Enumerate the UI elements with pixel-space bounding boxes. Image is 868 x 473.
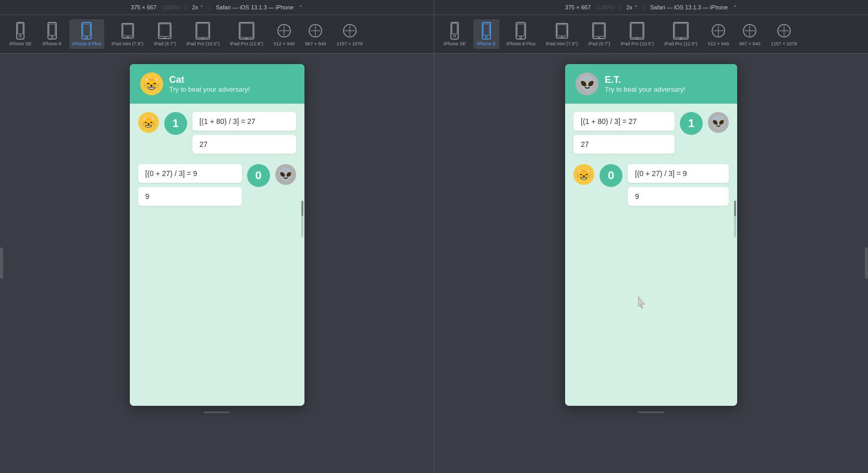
right-scale[interactable]: 2x ⌃ [626,4,638,10]
svg-point-35 [485,36,487,38]
svg-point-20 [246,38,248,40]
left-device-iphone-se[interactable]: iPhone SE [6,19,35,49]
left-scale[interactable]: 2x ⌃ [192,4,204,10]
left-device-ipad-mini-label: iPad mini (7.9") [112,41,143,47]
right-player2-result: 9 [628,187,729,206]
left-device-867-label: 867 × 840 [305,41,326,47]
left-device-512-label: 512 × 949 [274,41,295,47]
svg-point-2 [19,35,21,37]
right-867-icon [740,21,759,40]
right-device-1157[interactable]: 1157 × 1079 [768,19,800,49]
left-dimensions: 375 × 667 [131,4,156,10]
right-device-1157-label: 1157 × 1079 [771,41,797,47]
right-device-iphone-8-plus-label: iPhone 8 Plus [507,41,536,47]
svg-rect-19 [240,23,253,38]
left-app-header: 😸 Cat Try to beat your adversary! [130,64,304,104]
svg-point-5 [51,36,53,38]
right-device-iphone-8-plus[interactable]: iPhone 8 Plus [504,19,539,49]
svg-point-17 [202,38,204,40]
right-player2-avatar: 😸 [573,164,594,185]
right-device-ipad-mini[interactable]: iPad mini (7.9") [543,19,581,49]
left-device-ipad-pro-129-label: iPad Pro (12.9") [230,41,263,47]
left-app-title: Cat [169,74,250,85]
right-device-512[interactable]: 512 × 949 [705,19,732,49]
left-player1-avatar: 😸 [138,112,159,133]
left-browser[interactable]: Safari — iOS 13.1.3 — iPhone [216,4,294,10]
left-device-ipad-pro-129[interactable]: iPad Pro (12.9") [227,19,266,49]
svg-rect-4 [49,24,55,35]
left-device-ipad-pro-105[interactable]: iPad Pro (10.5") [184,19,223,49]
right-player2-score: 0 [600,164,622,187]
svg-rect-40 [557,24,567,36]
left-top-bar: 375 × 667 (100%) | 2x ⌃ | Safari — iOS 1… [0,0,434,15]
svg-rect-37 [517,24,524,36]
right-phone-frame: 👽 E.T. Try to beat your adversary! 👽 1 [… [565,64,737,406]
right-phone-scrollbar-track [734,201,736,237]
left-device-ipad-pro-105-label: iPad Pro (10.5") [187,41,220,47]
right-app-subtitle: Try to beat your adversary! [605,85,686,93]
ipad-mini-icon [118,21,137,40]
left-device-iphone-8[interactable]: iPhone 8 [39,19,65,49]
svg-point-14 [164,38,166,39]
left-header-text: Cat Try to beat your adversary! [169,74,250,93]
512-icon [275,21,294,40]
right-device-867[interactable]: 867 × 840 [736,19,763,49]
ipad-icon [155,21,174,40]
left-device-867[interactable]: 867 × 840 [302,19,329,49]
right-bottom-scroll [638,409,664,416]
left-player1-cards: [(1 + 80) / 3] = 27 27 [192,112,296,154]
left-player1-score: 1 [164,112,187,135]
left-device-1157[interactable]: 1157 × 1079 [334,19,366,49]
left-player2-row: 👽 0 [(0 + 27) / 3] = 9 9 [138,164,296,206]
right-device-ipad-label: iPad (9.7") [588,41,610,47]
left-zoom: 100% [164,4,178,10]
right-device-ipad[interactable]: iPad (9.7") [585,19,613,49]
right-device-ipad-pro-129[interactable]: iPad Pro (12.9") [661,19,701,49]
right-iphone-8-icon [477,21,496,40]
left-phone-scrollbar-thumb[interactable] [301,201,303,216]
svg-rect-45 [630,22,644,39]
svg-point-32 [454,35,456,37]
svg-rect-34 [483,24,490,35]
right-device-ipad-pro-105[interactable]: iPad Pro (10.5") [618,19,657,49]
svg-rect-48 [674,22,688,39]
ipad-pro-129-icon [237,21,256,40]
right-512-icon [709,21,728,40]
left-player2-equation: [(0 + 27) / 3] = 9 [138,164,242,183]
svg-rect-16 [197,23,209,38]
right-scrollbar-handle[interactable] [865,247,868,279]
svg-rect-7 [83,24,90,36]
left-device-iphone-8-label: iPhone 8 [43,41,62,47]
left-device-iphone-8-plus[interactable]: iPhone 8 Plus [69,19,105,49]
left-device-ipad-label: iPad (9.7") [154,41,176,47]
right-iphone-8-plus-icon [511,21,530,40]
right-scroll-indicator [638,412,664,413]
right-app-header: 👽 E.T. Try to beat your adversary! [565,64,737,104]
right-device-iphone-se[interactable]: iPhone SE [441,19,469,49]
right-player2-equation: [(0 + 27) / 3] = 9 [628,164,729,183]
right-browser[interactable]: Safari — iOS 13.1.3 — iPhone [650,4,728,10]
right-player1-row: 👽 1 [(1 + 80) / 3] = 27 27 [573,112,729,154]
right-zoom: 100% [598,4,613,10]
left-phone-scrollbar-track [301,201,303,237]
right-phone-scrollbar-thumb[interactable] [734,201,736,216]
right-header-avatar: 👽 [576,72,598,95]
1157-icon [340,21,359,40]
right-dimensions: 375 × 667 [565,4,591,10]
right-player2-row: 😸 0 [(0 + 27) / 3] = 9 9 [573,164,729,206]
left-device-ipad[interactable]: iPad (9.7") [151,19,179,49]
left-device-ipad-mini[interactable]: iPad mini (7.9") [108,19,146,49]
left-device-iphone-8-plus-label: iPhone 8 Plus [72,41,102,47]
right-device-iphone-8[interactable]: iPhone 8 [473,19,499,49]
right-device-iphone-se-label: iPhone SE [444,41,466,47]
left-phone-frame: 😸 Cat Try to beat your adversary! 😸 1 [(… [130,64,304,406]
iphone-se-icon [11,21,30,40]
left-scrollbar-handle[interactable] [0,247,3,279]
right-top-bar: 375 × 667 (100%) | 2x ⌃ | Safari — iOS 1… [434,0,868,15]
left-player2-cards: [(0 + 27) / 3] = 9 9 [138,164,242,206]
left-device-512[interactable]: 512 × 949 [271,19,298,49]
left-device-toolbar: iPhone SE iPhone 8 iPhone 8 [0,15,434,53]
svg-rect-15 [196,22,210,39]
right-player1-score: 1 [680,112,703,135]
right-device-ipad-pro-129-label: iPad Pro (12.9") [664,41,698,47]
